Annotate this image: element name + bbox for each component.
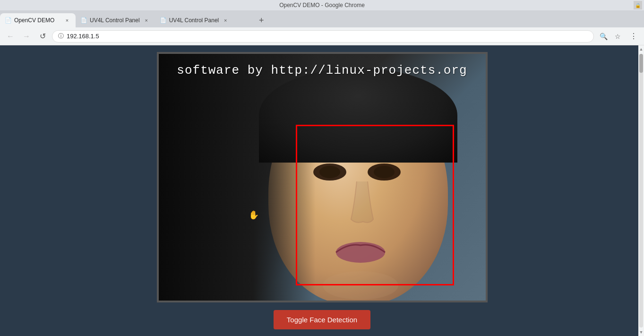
tab-label-uv4l-1: UV4L Control Panel bbox=[90, 17, 140, 24]
title-bar: OpenCV DEMO - Google Chrome 🔒 bbox=[0, 0, 644, 10]
reload-icon: ↺ bbox=[40, 32, 46, 41]
address-text: 192.168.1.5 bbox=[67, 33, 99, 40]
window-lock-icon: 🔒 bbox=[634, 1, 642, 9]
button-area: Toggle Face Detection bbox=[274, 310, 370, 329]
page-content: software by http://linux-projects.org bbox=[0, 45, 644, 336]
menu-icon: ⋮ bbox=[630, 32, 637, 41]
scrollbar-down-arrow[interactable]: ▼ bbox=[638, 328, 644, 336]
back-button[interactable]: ← bbox=[4, 30, 17, 43]
face-scene: software by http://linux-projects.org bbox=[159, 54, 486, 301]
tab-close-uv4l-1[interactable]: × bbox=[143, 17, 150, 24]
address-input[interactable]: ⓘ 192.168.1.5 bbox=[52, 30, 594, 43]
star-icon: ☆ bbox=[615, 33, 621, 40]
bookmark-button[interactable]: ☆ bbox=[611, 30, 624, 43]
scrollbar-track bbox=[639, 54, 643, 327]
tab-page-icon-uv4l-2: 📄 bbox=[160, 17, 166, 24]
watermark-text: software by http://linux-projects.org bbox=[159, 63, 486, 78]
tab-uv4l-1[interactable]: 📄 UV4L Control Panel × bbox=[76, 13, 155, 27]
face-detection-box bbox=[296, 125, 454, 285]
scrollbar-thumb[interactable] bbox=[639, 54, 643, 73]
chrome-menu-button[interactable]: ⋮ bbox=[627, 30, 640, 43]
scrollbar[interactable]: ▲ ▼ bbox=[638, 45, 644, 336]
scrollbar-up-arrow[interactable]: ▲ bbox=[638, 45, 644, 53]
new-tab-button[interactable]: + bbox=[253, 13, 270, 27]
address-bar: ← → ↺ ⓘ 192.168.1.5 🔍 ☆ ⋮ bbox=[0, 27, 644, 45]
secure-icon: ⓘ bbox=[58, 32, 64, 40]
search-icon: 🔍 bbox=[600, 33, 608, 40]
tabs-bar: 📄 OpenCV DEMO × 📄 UV4L Control Panel × 📄… bbox=[0, 10, 644, 27]
tab-page-icon-opencv: 📄 bbox=[5, 17, 11, 24]
cursor: ✋ bbox=[249, 210, 258, 219]
reload-button[interactable]: ↺ bbox=[36, 30, 49, 43]
tab-label-opencv: OpenCV DEMO bbox=[14, 17, 60, 24]
window-title: OpenCV DEMO - Google Chrome bbox=[279, 2, 365, 9]
address-actions: 🔍 ☆ bbox=[597, 30, 624, 43]
chrome-window: OpenCV DEMO - Google Chrome 🔒 📄 OpenCV D… bbox=[0, 0, 644, 336]
tab-uv4l-2[interactable]: 📄 UV4L Control Panel × bbox=[155, 13, 234, 27]
video-container: software by http://linux-projects.org bbox=[157, 52, 488, 302]
tab-close-uv4l-2[interactable]: × bbox=[222, 17, 229, 24]
tab-page-icon-uv4l-1: 📄 bbox=[80, 17, 87, 24]
search-button[interactable]: 🔍 bbox=[597, 30, 610, 43]
forward-icon: → bbox=[23, 32, 30, 41]
toggle-face-detection-button[interactable]: Toggle Face Detection bbox=[274, 310, 370, 329]
tab-label-uv4l-2: UV4L Control Panel bbox=[169, 17, 219, 24]
tab-opencv-demo[interactable]: 📄 OpenCV DEMO × bbox=[0, 13, 76, 27]
back-icon: ← bbox=[7, 32, 14, 41]
forward-button[interactable]: → bbox=[20, 30, 33, 43]
tab-close-opencv[interactable]: × bbox=[63, 17, 71, 24]
tab-blank[interactable] bbox=[234, 13, 253, 27]
